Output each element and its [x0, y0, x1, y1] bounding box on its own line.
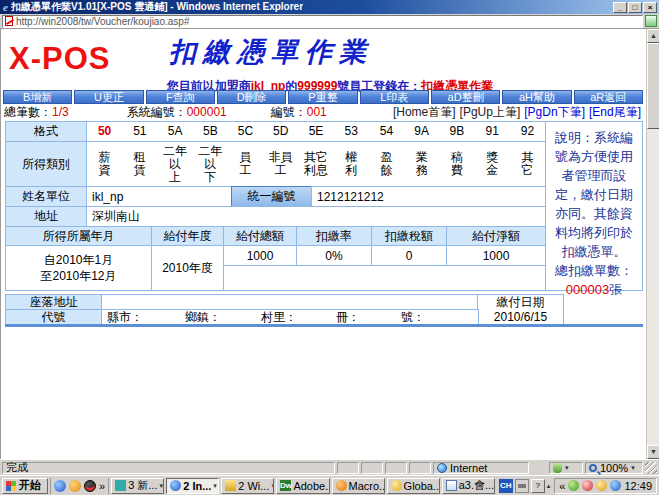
- pay-year-header: 給付年度: [151, 226, 224, 246]
- globe-app-icon: [391, 480, 402, 491]
- pay-date-value[interactable]: 2010/6/15: [494, 310, 547, 325]
- scroll-down-icon[interactable]: ▼: [647, 445, 659, 459]
- note-box: 說明：系統編號為方便使用者管理而設定，繳付日期亦同。其餘資料均將列印於扣繳憑單。…: [545, 121, 643, 291]
- clock[interactable]: 12:49: [624, 480, 652, 492]
- address-field[interactable]: 深圳南山: [86, 206, 546, 227]
- format-code-option[interactable]: 9B: [439, 125, 474, 138]
- total-count-value: 1/3: [52, 105, 69, 119]
- scroll-up-icon[interactable]: ▲: [647, 29, 659, 43]
- messenger-icon[interactable]: [69, 480, 81, 492]
- toolbar-expand-icon[interactable]: ▴: [547, 482, 551, 490]
- status-panel: [385, 462, 407, 474]
- folder-icon: [225, 480, 236, 491]
- format-code-option[interactable]: 53: [334, 125, 369, 138]
- rate-field[interactable]: 0%: [296, 245, 372, 266]
- delete-button[interactable]: D刪除: [217, 90, 286, 104]
- ie-quicklaunch-icon[interactable]: [54, 480, 66, 492]
- format-code-option[interactable]: 50: [87, 125, 122, 138]
- quick-launch-more-icon[interactable]: »: [99, 480, 105, 492]
- dreamweaver-icon: Dw: [280, 480, 291, 491]
- nav-home-link[interactable]: [Home首筆]: [393, 104, 456, 121]
- url-input[interactable]: http://win2008/tw/Voucher/koujiao.asp#: [2, 15, 643, 28]
- rate-header: 扣繳率: [296, 226, 372, 246]
- globe-icon: [437, 463, 447, 473]
- vertical-scrollbar[interactable]: ▲ ▼: [646, 29, 659, 459]
- tray-app-icon[interactable]: [568, 480, 579, 491]
- help-icon[interactable]: ?: [531, 479, 545, 493]
- scrollbar-thumb[interactable]: [647, 43, 659, 129]
- net-amount-field[interactable]: 1000: [446, 245, 546, 266]
- status-panel: [409, 462, 431, 474]
- zoom-level: 100%: [600, 462, 628, 474]
- category-item: 薪資: [87, 151, 122, 177]
- tray-app-icon[interactable]: [596, 480, 607, 491]
- task-button[interactable]: 2 Wi...▾: [221, 478, 274, 494]
- gross-amount-field[interactable]: 1000: [223, 245, 297, 266]
- zoom-control[interactable]: 100% ▾: [585, 462, 643, 474]
- record-nav-row: 總筆數： 1/3 系統編號： 000001 編號： 001 [Home首筆] […: [4, 105, 641, 119]
- status-panel: [337, 462, 359, 474]
- group-dropdown-icon[interactable]: ▾: [271, 482, 274, 490]
- window-title: 扣繳憑單作業V1.01[X-POS 雲通鋪] - Windows Interne…: [11, 0, 303, 14]
- task-button[interactable]: 3 新...▾: [111, 478, 164, 494]
- task-button[interactable]: a3.會...: [442, 478, 495, 494]
- ime-indicator[interactable]: CH: [499, 479, 513, 493]
- refresh-button[interactable]: P重整: [288, 90, 357, 104]
- close-button[interactable]: ×: [643, 2, 657, 13]
- task-button[interactable]: Macro...: [332, 478, 385, 494]
- tray-app-icon[interactable]: [610, 480, 621, 491]
- category-item: 租賃: [122, 151, 157, 177]
- chevron-down-icon: ▾: [565, 464, 569, 472]
- return-button[interactable]: aR返回: [574, 90, 643, 104]
- pay-year-field[interactable]: 2010年度: [151, 245, 224, 291]
- tray-app-icon[interactable]: [582, 480, 593, 491]
- print-button[interactable]: L印表: [360, 90, 429, 104]
- resize-grip[interactable]: [645, 462, 657, 474]
- maximize-button[interactable]: □: [628, 2, 642, 13]
- minimize-button[interactable]: _: [613, 2, 627, 13]
- format-codes-row: 50 51 5A 5B 5C 5D 5E 53 54 9A 9B 91 92: [86, 121, 546, 142]
- nav-pgup-link[interactable]: [PgUp上筆]: [460, 104, 521, 121]
- pay-date-label: 繳付日期: [497, 295, 545, 310]
- protected-mode-panel[interactable]: ▾: [549, 462, 583, 474]
- group-dropdown-icon[interactable]: ▾: [213, 482, 217, 490]
- go-button-icon[interactable]: [645, 15, 657, 27]
- help-button[interactable]: aH幫助: [502, 90, 571, 104]
- format-code-option[interactable]: 92: [510, 125, 545, 138]
- query-button[interactable]: F查詢: [146, 90, 215, 104]
- group-dropdown-icon[interactable]: ▾: [159, 482, 163, 490]
- format-code-option[interactable]: 5D: [263, 125, 298, 138]
- batch-delete-button[interactable]: aD整刪: [431, 90, 500, 104]
- format-code-option[interactable]: 5E: [298, 125, 333, 138]
- qq-penguin-icon[interactable]: [84, 480, 96, 492]
- period-field[interactable]: 自2010年1月 至2010年12月: [5, 245, 152, 291]
- nav-end-link[interactable]: [End尾筆]: [589, 104, 641, 121]
- add-button[interactable]: B增新: [3, 90, 72, 104]
- format-code-option[interactable]: 91: [475, 125, 510, 138]
- task-button-active[interactable]: 2 In...▾: [166, 478, 219, 494]
- uniform-no-label: 統一編號: [231, 186, 312, 207]
- gross-header: 給付總額: [223, 226, 297, 246]
- update-button[interactable]: U更正: [74, 90, 143, 104]
- name-unit-field[interactable]: ikl_np: [86, 186, 232, 207]
- printer-icon[interactable]: [515, 479, 529, 493]
- format-code-option[interactable]: 5A: [157, 125, 192, 138]
- tray-collapse-icon[interactable]: «: [559, 480, 565, 492]
- format-code-option[interactable]: 54: [369, 125, 404, 138]
- format-code-option[interactable]: 51: [122, 125, 157, 138]
- nav-pgdn-link[interactable]: [PgDn下筆]: [524, 104, 585, 121]
- address-label: 地址: [5, 206, 87, 227]
- village-field-label: 村里：: [261, 309, 336, 326]
- county-field-label: 縣市：: [107, 309, 185, 326]
- format-code-option[interactable]: 5B: [193, 125, 228, 138]
- task-button[interactable]: Dw Adobe...: [276, 478, 329, 494]
- shield-icon: [553, 463, 562, 473]
- task-button[interactable]: Globa...: [387, 478, 440, 494]
- tax-amount-field[interactable]: 0: [371, 245, 447, 266]
- format-code-option[interactable]: 9A: [404, 125, 439, 138]
- tax-header: 扣繳稅額: [371, 226, 447, 246]
- format-code-option[interactable]: 5C: [228, 125, 263, 138]
- code-fields-row[interactable]: 縣市： 鄉鎮： 村里： 冊： 號：: [101, 309, 479, 325]
- start-button[interactable]: 开始: [2, 478, 48, 494]
- uniform-no-field[interactable]: 1212121212: [311, 186, 546, 207]
